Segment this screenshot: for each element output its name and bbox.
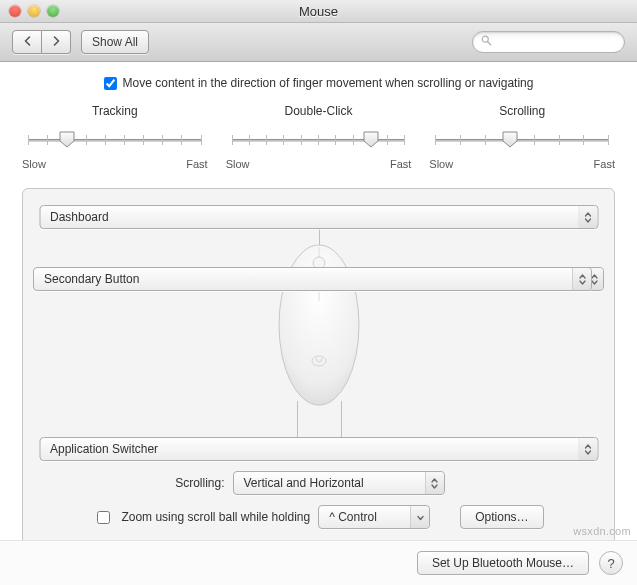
scroll-ball-popup[interactable]: Dashboard — [39, 205, 598, 229]
double-click-slider-block: Double-Click SlowFast — [226, 104, 412, 170]
tracking-fast-label: Fast — [186, 158, 207, 170]
double-click-fast-label: Fast — [390, 158, 411, 170]
zoom-window-button[interactable] — [47, 5, 59, 17]
squeeze-popup[interactable]: Application Switcher — [39, 437, 598, 461]
scrolling-title: Scrolling — [499, 104, 545, 118]
show-all-button[interactable]: Show All — [81, 30, 149, 54]
double-click-slider[interactable] — [226, 130, 412, 150]
scrolling-mode-popup-label: Vertical and Horizontal — [244, 476, 425, 490]
updown-arrows-icon — [578, 438, 597, 460]
zoom-options-button[interactable]: Options… — [460, 505, 543, 529]
window-title: Mouse — [0, 4, 637, 19]
footer: Set Up Bluetooth Mouse… ? — [0, 540, 637, 585]
chevron-down-icon — [410, 506, 429, 528]
search-input[interactable] — [496, 35, 616, 49]
zoom-modifier-popup[interactable]: ^ Control — [318, 505, 430, 529]
window-titlebar: Mouse — [0, 0, 637, 23]
scrolling-slider[interactable] — [429, 130, 615, 150]
tracking-slider[interactable] — [22, 130, 208, 150]
secondary-button-popup-label: Secondary Button — [44, 272, 572, 286]
chevron-right-icon — [52, 35, 61, 49]
tracking-slow-label: Slow — [22, 158, 46, 170]
scroll-ball-popup-label: Dashboard — [50, 210, 578, 224]
zoom-checkbox[interactable] — [97, 511, 110, 524]
search-icon — [481, 35, 496, 49]
forward-button[interactable] — [42, 30, 71, 54]
watermark: wsxdn.com — [573, 525, 631, 537]
tracking-slider-block: Tracking SlowFast — [22, 104, 208, 170]
chevron-left-icon — [23, 35, 32, 49]
natural-scroll-checkbox[interactable] — [104, 77, 117, 90]
updown-arrows-icon — [578, 206, 597, 228]
updown-arrows-icon — [572, 268, 591, 290]
scrolling-label: Scrolling: — [95, 476, 225, 490]
double-click-title: Double-Click — [284, 104, 352, 118]
updown-arrows-icon — [425, 472, 444, 494]
secondary-button-popup[interactable]: Secondary Button — [33, 267, 592, 291]
zoom-modifier-popup-label: ^ Control — [329, 510, 410, 524]
scrolling-fast-label: Fast — [594, 158, 615, 170]
scrolling-slider-block: Scrolling SlowFast — [429, 104, 615, 170]
natural-scroll-label: Move content in the direction of finger … — [123, 76, 534, 90]
double-click-slow-label: Slow — [226, 158, 250, 170]
bluetooth-setup-button[interactable]: Set Up Bluetooth Mouse… — [417, 551, 589, 575]
svg-line-1 — [488, 42, 491, 45]
back-button[interactable] — [12, 30, 42, 54]
scrolling-mode-popup[interactable]: Vertical and Horizontal — [233, 471, 445, 495]
mouse-group-box: Dashboard Primary Button Secondary Butto… — [22, 188, 615, 544]
scrolling-slow-label: Slow — [429, 158, 453, 170]
minimize-window-button[interactable] — [28, 5, 40, 17]
toolbar: Show All — [0, 23, 637, 62]
help-button[interactable]: ? — [599, 551, 623, 575]
tracking-title: Tracking — [92, 104, 138, 118]
search-field[interactable] — [472, 31, 625, 53]
squeeze-popup-label: Application Switcher — [50, 442, 578, 456]
close-window-button[interactable] — [9, 5, 21, 17]
zoom-label: Zoom using scroll ball while holding — [121, 510, 310, 524]
